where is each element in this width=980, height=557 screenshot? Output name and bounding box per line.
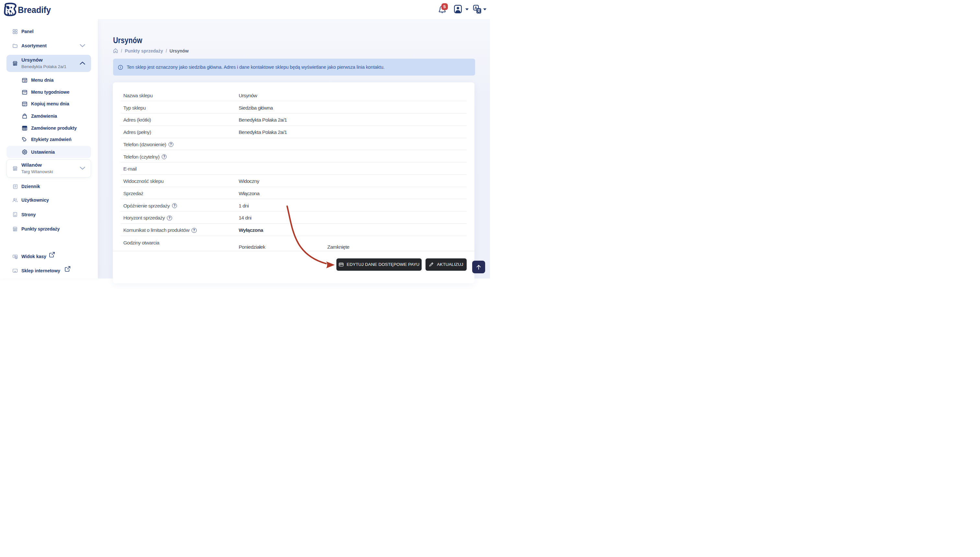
svg-text:19: 19 <box>23 80 26 82</box>
